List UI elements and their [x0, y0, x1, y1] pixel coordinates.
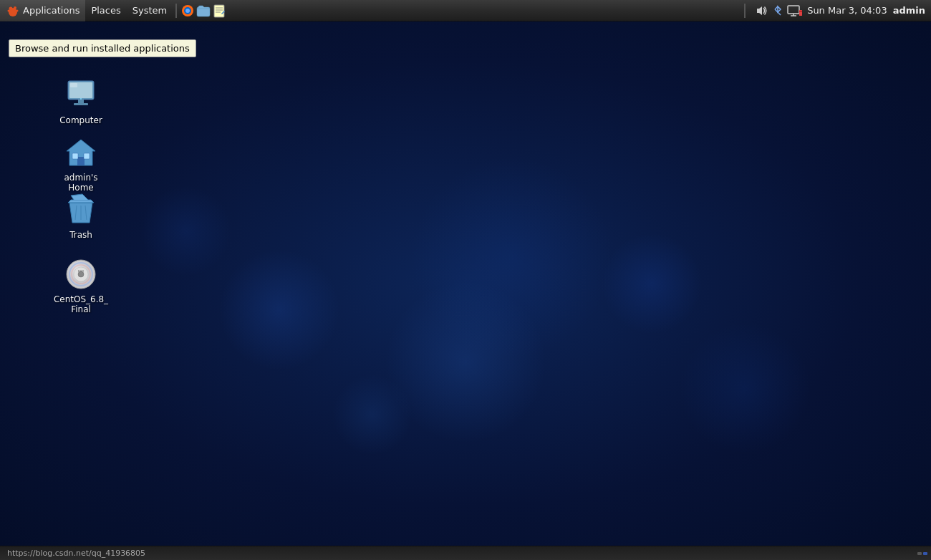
network-icon-button[interactable]	[787, 3, 803, 19]
system-menu[interactable]: System	[127, 0, 173, 21]
text-editor-button[interactable]	[211, 3, 227, 19]
svg-rect-20	[78, 100, 84, 103]
admins-home-icon[interactable]: admin's Home	[49, 132, 113, 195]
taskbar-system-icons	[748, 3, 807, 19]
svg-text:DVD: DVD	[78, 269, 85, 273]
computer-svg	[64, 78, 98, 112]
svg-rect-25	[77, 157, 85, 165]
bottom-panel: https://blog.csdn.net/qq_41936805	[0, 546, 931, 560]
firefox-icon	[180, 4, 195, 18]
svg-rect-13	[788, 6, 799, 14]
trash-icon[interactable]: Trash	[49, 190, 113, 243]
dvd-svg: DVD	[64, 257, 98, 291]
home-svg	[64, 135, 98, 170]
system-label: System	[132, 5, 167, 16]
taskbar: Applications Places System	[0, 0, 931, 21]
trash-svg	[64, 193, 98, 227]
svg-rect-27	[84, 153, 90, 159]
trash-label: Trash	[69, 230, 92, 240]
desktop: Computer admin's Home	[0, 21, 931, 546]
clock-display: Sun Mar 3, 04:03	[807, 5, 887, 16]
computer-icon[interactable]: Computer	[49, 75, 113, 128]
username-display: admin	[893, 5, 925, 16]
gnome-foot-icon	[6, 4, 20, 18]
resize-handle-icon	[917, 548, 928, 559]
svg-rect-22	[70, 83, 77, 87]
taskbar-separator-2	[744, 4, 746, 18]
bluetooth-icon	[771, 4, 784, 17]
svg-rect-8	[214, 5, 224, 17]
tooltip: Browse and run installed applications	[9, 39, 196, 57]
svg-rect-16	[799, 10, 802, 16]
taskbar-separator-1	[175, 4, 177, 18]
network-icon	[787, 4, 803, 17]
bottom-url-text: https://blog.csdn.net/qq_41936805	[0, 549, 917, 558]
svg-point-3	[8, 9, 10, 11]
dvd-label: CentOS_6.8_Final	[52, 294, 110, 314]
svg-point-23	[80, 98, 82, 100]
svg-point-4	[16, 9, 19, 11]
svg-rect-21	[74, 103, 88, 105]
svg-rect-26	[72, 153, 78, 159]
dvd-icon[interactable]: DVD CentOS_6.8_Final	[49, 254, 113, 317]
text-editor-icon	[212, 4, 226, 18]
svg-point-2	[14, 6, 16, 9]
places-menu[interactable]: Places	[85, 0, 126, 21]
svg-marker-12	[757, 6, 762, 15]
taskbar-left: Applications Places System	[0, 0, 741, 21]
file-manager-button[interactable]	[196, 3, 211, 19]
applications-menu[interactable]: Applications	[0, 0, 85, 21]
bottom-right	[917, 548, 931, 559]
computer-label: Computer	[59, 115, 102, 125]
bluetooth-icon-button[interactable]	[770, 3, 786, 19]
svg-rect-40	[923, 552, 927, 555]
applications-label: Applications	[23, 5, 79, 16]
firefox-button[interactable]	[180, 3, 196, 19]
places-label: Places	[91, 5, 120, 16]
volume-icon-button[interactable]	[753, 3, 768, 19]
taskbar-right: Sun Mar 3, 04:03 admin	[807, 5, 931, 16]
svg-point-1	[9, 6, 13, 10]
tooltip-text: Browse and run installed applications	[15, 43, 190, 54]
volume-icon	[754, 4, 767, 17]
svg-rect-39	[917, 552, 922, 555]
file-manager-icon	[196, 4, 211, 18]
svg-point-7	[185, 9, 190, 13]
